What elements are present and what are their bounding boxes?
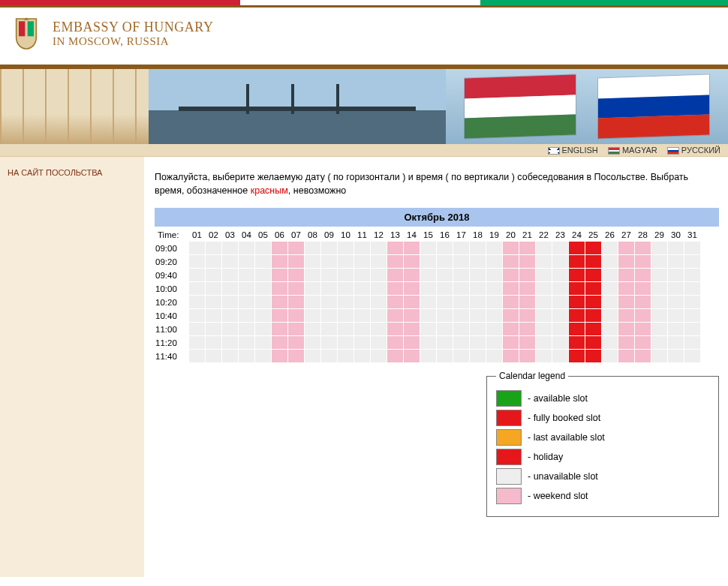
calendar-slot[interactable] bbox=[387, 269, 403, 281]
calendar-slot[interactable] bbox=[387, 296, 403, 308]
calendar-slot[interactable] bbox=[288, 242, 304, 254]
calendar-slot[interactable] bbox=[635, 296, 651, 308]
calendar-slot[interactable] bbox=[519, 350, 535, 362]
calendar-slot[interactable] bbox=[272, 309, 287, 322]
calendar-slot[interactable] bbox=[569, 269, 585, 281]
calendar-slot[interactable] bbox=[503, 242, 519, 254]
calendar-slot[interactable] bbox=[288, 269, 304, 281]
calendar-slot[interactable] bbox=[288, 350, 304, 362]
calendar-slot[interactable] bbox=[618, 242, 634, 254]
calendar-slot[interactable] bbox=[288, 255, 304, 268]
calendar-slot[interactable] bbox=[404, 255, 420, 268]
calendar-slot[interactable] bbox=[503, 323, 519, 335]
calendar-slot[interactable] bbox=[288, 336, 304, 349]
calendar-slot[interactable] bbox=[519, 255, 535, 268]
calendar-slot[interactable] bbox=[519, 242, 535, 254]
calendar-slot[interactable] bbox=[503, 336, 519, 349]
calendar-slot[interactable] bbox=[569, 255, 585, 268]
calendar-slot[interactable] bbox=[585, 296, 601, 308]
calendar-slot[interactable] bbox=[519, 296, 535, 308]
calendar-slot[interactable] bbox=[404, 282, 420, 295]
calendar-slot[interactable] bbox=[585, 323, 601, 335]
calendar-slot[interactable] bbox=[569, 282, 585, 295]
calendar-slot[interactable] bbox=[618, 296, 634, 308]
calendar-slot[interactable] bbox=[635, 323, 651, 335]
calendar-slot[interactable] bbox=[569, 323, 585, 335]
calendar-slot[interactable] bbox=[519, 269, 535, 281]
calendar-slot[interactable] bbox=[404, 350, 420, 362]
calendar-slot[interactable] bbox=[272, 296, 287, 308]
calendar-slot[interactable] bbox=[387, 336, 403, 349]
calendar-slot bbox=[189, 350, 205, 362]
calendar-slot[interactable] bbox=[387, 350, 403, 362]
calendar-slot bbox=[189, 269, 205, 281]
svg-rect-1 bbox=[28, 21, 34, 36]
calendar-slot[interactable] bbox=[585, 242, 601, 254]
calendar-slot[interactable] bbox=[387, 309, 403, 322]
calendar-slot[interactable] bbox=[585, 309, 601, 322]
calendar-slot[interactable] bbox=[387, 255, 403, 268]
calendar-slot[interactable] bbox=[387, 323, 403, 335]
calendar-slot[interactable] bbox=[618, 350, 634, 362]
calendar-slot[interactable] bbox=[585, 336, 601, 349]
calendar-slot bbox=[321, 296, 337, 308]
calendar-slot[interactable] bbox=[585, 255, 601, 268]
calendar-slot[interactable] bbox=[569, 296, 585, 308]
calendar-slot[interactable] bbox=[404, 309, 420, 322]
calendar-slot[interactable] bbox=[272, 242, 287, 254]
calendar-slot[interactable] bbox=[569, 242, 585, 254]
calendar-slot[interactable] bbox=[503, 282, 519, 295]
calendar-slot[interactable] bbox=[272, 350, 287, 362]
calendar-slot[interactable] bbox=[288, 282, 304, 295]
calendar-slot[interactable] bbox=[635, 282, 651, 295]
calendar-slot[interactable] bbox=[404, 296, 420, 308]
calendar-slot[interactable] bbox=[585, 269, 601, 281]
calendar-slot[interactable] bbox=[618, 336, 634, 349]
calendar-slot[interactable] bbox=[585, 282, 601, 295]
calendar-slot[interactable] bbox=[635, 242, 651, 254]
calendar-slot[interactable] bbox=[288, 309, 304, 322]
calendar-slot bbox=[239, 336, 254, 349]
calendar-slot bbox=[222, 255, 238, 268]
calendar-slot[interactable] bbox=[569, 336, 585, 349]
calendar-slot[interactable] bbox=[569, 309, 585, 322]
calendar-slot[interactable] bbox=[635, 269, 651, 281]
calendar-slot[interactable] bbox=[272, 323, 287, 335]
calendar-slot[interactable] bbox=[404, 323, 420, 335]
lang-russian-link[interactable]: РУССКИЙ bbox=[667, 146, 720, 155]
calendar-slot[interactable] bbox=[288, 323, 304, 335]
calendar-slot[interactable] bbox=[618, 269, 634, 281]
calendar-slot[interactable] bbox=[519, 309, 535, 322]
calendar-slot[interactable] bbox=[618, 309, 634, 322]
lang-english-link[interactable]: ENGLISH bbox=[548, 146, 598, 155]
calendar-slot[interactable] bbox=[272, 336, 287, 349]
calendar-slot[interactable] bbox=[618, 255, 634, 268]
calendar-slot[interactable] bbox=[618, 323, 634, 335]
calendar-slot[interactable] bbox=[503, 269, 519, 281]
sidebar-back-link[interactable]: НА САЙТ ПОСОЛЬСТВА bbox=[8, 168, 102, 177]
calendar-slot[interactable] bbox=[635, 350, 651, 362]
calendar-slot[interactable] bbox=[519, 336, 535, 349]
calendar-slot[interactable] bbox=[519, 323, 535, 335]
calendar-slot[interactable] bbox=[503, 309, 519, 322]
calendar-slot[interactable] bbox=[272, 269, 287, 281]
calendar-slot[interactable] bbox=[519, 282, 535, 295]
calendar-slot[interactable] bbox=[404, 242, 420, 254]
calendar-slot[interactable] bbox=[404, 269, 420, 281]
calendar-slot[interactable] bbox=[387, 282, 403, 295]
calendar-slot[interactable] bbox=[272, 255, 287, 268]
lang-magyar-link[interactable]: MAGYAR bbox=[608, 146, 657, 155]
calendar-slot[interactable] bbox=[569, 350, 585, 362]
calendar-slot[interactable] bbox=[503, 350, 519, 362]
calendar-slot[interactable] bbox=[288, 296, 304, 308]
calendar-slot[interactable] bbox=[272, 282, 287, 295]
calendar-slot[interactable] bbox=[585, 350, 601, 362]
calendar-slot[interactable] bbox=[387, 242, 403, 254]
calendar-slot[interactable] bbox=[635, 336, 651, 349]
calendar-slot[interactable] bbox=[618, 282, 634, 295]
calendar-slot[interactable] bbox=[503, 296, 519, 308]
calendar-slot[interactable] bbox=[503, 255, 519, 268]
calendar-slot[interactable] bbox=[635, 309, 651, 322]
calendar-slot[interactable] bbox=[404, 336, 420, 349]
calendar-slot[interactable] bbox=[635, 255, 651, 268]
